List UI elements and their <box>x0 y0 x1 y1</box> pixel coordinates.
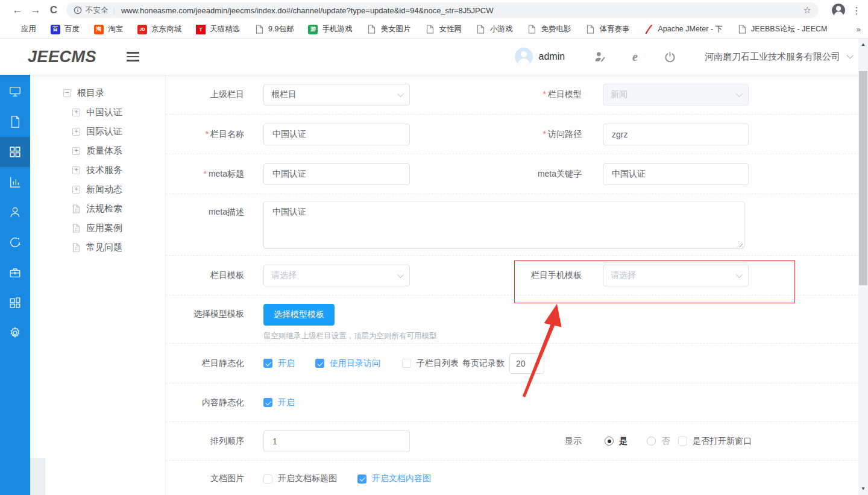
radio-selected-icon[interactable] <box>605 437 614 446</box>
mobile-template-select[interactable]: 请选择 <box>603 265 749 286</box>
bookmark-item[interactable]: T 天猫精选 <box>196 24 240 34</box>
tree-node[interactable]: + 中国认证 <box>72 102 165 122</box>
meta-title-input[interactable]: 中国认证 <box>263 163 410 185</box>
tree-node[interactable]: + 技术服务 <box>72 160 165 180</box>
sidebar-item-monitor[interactable] <box>0 77 30 107</box>
access-path-input[interactable]: zgrz <box>603 124 749 145</box>
bookmark-item[interactable]: 淘 淘宝 <box>94 24 123 34</box>
bookmark-item[interactable]: 游 手机游戏 <box>308 24 352 34</box>
radio-unselected-icon[interactable] <box>647 437 656 446</box>
form-row: *meta标题 中国认证 meta关键字 中国认证 <box>166 154 868 194</box>
tree-node[interactable]: + 质量体系 <box>72 141 165 160</box>
channel-static-enable-checkbox[interactable]: 开启 <box>263 358 295 369</box>
browser-profile-icon[interactable] <box>832 4 845 17</box>
expand-icon[interactable]: + <box>72 186 80 194</box>
bookmark-item[interactable]: 小游戏 <box>476 24 513 34</box>
ie-browser-icon[interactable]: e <box>632 50 638 64</box>
expand-icon[interactable]: + <box>72 147 80 155</box>
open-new-window-checkbox[interactable]: 是否打开新窗口 <box>678 436 752 447</box>
tree-scrollbar[interactable] <box>30 458 45 495</box>
bookmark-item[interactable]: JEEBBS论坛 - JEECM <box>737 24 827 34</box>
sub-channel-list-checkbox[interactable]: 子栏目列表 <box>402 358 459 369</box>
checkbox-unchecked-icon[interactable] <box>678 437 687 446</box>
user-avatar[interactable] <box>515 48 533 66</box>
bookmark-item[interactable]: 体育赛事 <box>585 24 629 34</box>
checkbox-checked-icon[interactable] <box>263 398 272 407</box>
doc-title-image-checkbox[interactable]: 开启文档标题图 <box>263 473 337 484</box>
scrollbar-thumb[interactable] <box>859 71 867 285</box>
bookmark-item[interactable]: 女性网 <box>425 24 462 34</box>
bookmark-item[interactable]: 应用 <box>7 24 36 34</box>
jeecms-logo: JEECMS <box>28 48 96 66</box>
logout-power-icon[interactable] <box>664 51 676 63</box>
sidebar-item-bar-chart[interactable] <box>0 167 30 197</box>
page-scrollbar[interactable]: ▲ ▼ <box>858 39 868 495</box>
display-no-radio[interactable]: 否 <box>647 436 670 447</box>
sidebar-item-layout[interactable] <box>0 288 30 318</box>
directory-access-checkbox[interactable]: 使用目录访问 <box>315 358 380 369</box>
scroll-down-icon[interactable]: ▼ <box>858 484 868 494</box>
choose-model-template-button[interactable]: 选择模型模板 <box>263 304 335 326</box>
sidebar-item-channel-grid[interactable] <box>0 137 30 167</box>
bookmark-item[interactable]: 9.9包邮 <box>254 24 294 34</box>
bookmark-star-icon[interactable]: ☆ <box>804 5 811 16</box>
sidebar-item-sync[interactable] <box>0 227 30 257</box>
browser-menu-icon[interactable]: ⋮ <box>851 5 862 16</box>
display-yes-radio[interactable]: 是 <box>605 436 627 447</box>
checkbox-unchecked-icon[interactable] <box>263 475 272 484</box>
forward-icon[interactable]: → <box>27 4 45 16</box>
sidebar-item-gear[interactable] <box>0 318 30 348</box>
scroll-up-icon[interactable]: ▲ <box>858 40 868 49</box>
collapse-icon[interactable]: − <box>63 89 71 97</box>
security-label: 不安全 <box>86 5 108 16</box>
channel-template-select[interactable]: 请选择 <box>263 265 410 286</box>
channel-name-input[interactable]: 中国认证 <box>263 124 410 145</box>
tree-node[interactable]: 常见问题 <box>72 238 165 257</box>
checkbox-checked-icon[interactable] <box>357 475 366 484</box>
checkbox-checked-icon[interactable] <box>263 359 272 368</box>
content-static-enable-checkbox[interactable]: 开启 <box>263 397 295 408</box>
username[interactable]: admin <box>539 51 565 62</box>
sidebar-item-toolbox[interactable] <box>0 257 30 288</box>
menu-collapse-icon[interactable] <box>127 52 139 61</box>
sidebar-item-document[interactable] <box>0 107 30 137</box>
address-bar[interactable]: 不安全 | www.honeasme.com/jeeadmin/jeecms/i… <box>66 2 819 18</box>
doc-content-image-checkbox[interactable]: 开启文档内容图 <box>357 473 431 484</box>
bookmarks-overflow-icon[interactable]: » <box>857 25 861 34</box>
form-row: 文档图片 开启文档标题图 开启文档内容图 <box>166 461 868 495</box>
bookmark-item[interactable]: 百 百度 <box>51 24 80 34</box>
expand-icon[interactable]: + <box>72 109 80 116</box>
game-icon: 游 <box>308 25 318 34</box>
sidebar-item-user[interactable] <box>0 197 30 227</box>
reload-icon[interactable]: C <box>45 4 63 16</box>
expand-icon[interactable]: + <box>72 166 80 174</box>
site-name[interactable]: 河南磨刀石工业技术服务有限公司 <box>705 51 840 63</box>
checkbox-unchecked-icon[interactable] <box>402 359 411 368</box>
per-page-input[interactable]: 20 <box>509 353 544 374</box>
bookmark-item[interactable]: 免费电影 <box>527 24 571 34</box>
tree-node[interactable]: + 新闻动态 <box>72 180 165 199</box>
apps-grid-icon <box>7 25 17 34</box>
bookmark-item[interactable]: JD 京东商城 <box>137 24 181 34</box>
info-icon[interactable] <box>74 6 82 14</box>
checkbox-checked-icon[interactable] <box>315 359 324 368</box>
bookmarks-bar: 应用 百 百度 淘 淘宝 JD 京东商城 T 天猫精选 9.9包邮 游 手机游戏 <box>0 20 868 39</box>
tree-node[interactable]: 应用案例 <box>72 218 165 238</box>
expand-icon[interactable]: + <box>72 128 80 136</box>
tree-node[interactable]: 法规检索 <box>72 199 165 218</box>
meta-description-label: meta描述 <box>166 207 244 218</box>
order-input[interactable]: 1 <box>263 430 410 452</box>
tree-node[interactable]: + 国际认证 <box>72 122 165 141</box>
bookmark-item[interactable]: 美女图片 <box>366 24 410 34</box>
meta-description-textarea[interactable]: 中国认证 <box>263 201 744 249</box>
parent-channel-select[interactable]: 根栏目 <box>263 84 410 106</box>
meta-keywords-input[interactable]: 中国认证 <box>603 163 749 185</box>
leaf-document-icon <box>72 224 80 233</box>
back-icon[interactable]: ← <box>8 4 27 16</box>
tree-node-root[interactable]: − 根目录 <box>63 83 165 102</box>
model-template-hint: 留空则继承上级栏目设置，顶层为空则所有可用模型 <box>263 331 437 341</box>
access-path-label: *访问路径 <box>512 129 582 140</box>
url-text[interactable]: www.honeasme.com/jeeadmin/jeecms/index.d… <box>121 6 799 15</box>
bookmark-item[interactable]: Apache JMeter - 下 <box>644 24 723 34</box>
user-edit-icon[interactable] <box>594 51 606 63</box>
